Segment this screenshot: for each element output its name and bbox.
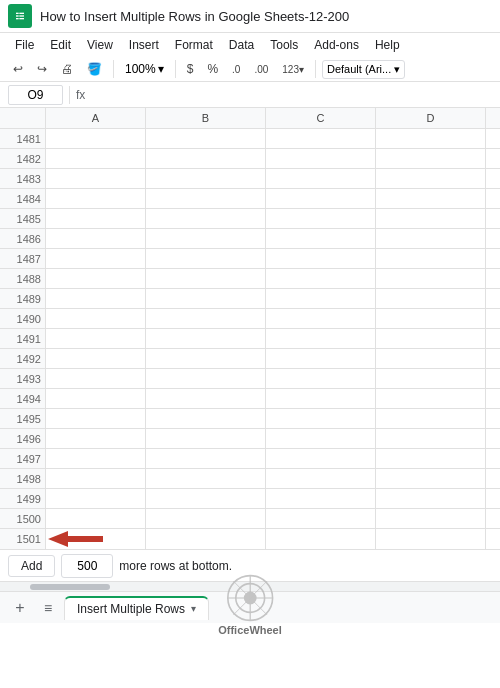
cell-a1487[interactable] xyxy=(46,249,146,268)
cell-c1484[interactable] xyxy=(266,189,376,208)
cell-c1501[interactable] xyxy=(266,529,376,549)
cell-b1497[interactable] xyxy=(146,449,266,468)
menu-view[interactable]: View xyxy=(80,35,120,55)
cell-a1488[interactable] xyxy=(46,269,146,288)
cell-a1492[interactable] xyxy=(46,349,146,368)
cell-d1493[interactable] xyxy=(376,369,486,388)
cell-reference-input[interactable] xyxy=(8,85,63,105)
cell-a1500[interactable] xyxy=(46,509,146,528)
cell-b1495[interactable] xyxy=(146,409,266,428)
paint-format-button[interactable]: 🪣 xyxy=(82,59,107,79)
cell-b1496[interactable] xyxy=(146,429,266,448)
menu-tools[interactable]: Tools xyxy=(263,35,305,55)
cell-b1491[interactable] xyxy=(146,329,266,348)
currency-button[interactable]: $ xyxy=(182,59,199,79)
menu-addons[interactable]: Add-ons xyxy=(307,35,366,55)
cell-c1497[interactable] xyxy=(266,449,376,468)
cell-d1487[interactable] xyxy=(376,249,486,268)
cell-a1482[interactable] xyxy=(46,149,146,168)
print-button[interactable]: 🖨 xyxy=(56,59,78,79)
cell-b1498[interactable] xyxy=(146,469,266,488)
cell-c1485[interactable] xyxy=(266,209,376,228)
cell-a1493[interactable] xyxy=(46,369,146,388)
cell-a1494[interactable] xyxy=(46,389,146,408)
cell-b1484[interactable] xyxy=(146,189,266,208)
cell-c1494[interactable] xyxy=(266,389,376,408)
cell-d1500[interactable] xyxy=(376,509,486,528)
cell-c1493[interactable] xyxy=(266,369,376,388)
cell-c1488[interactable] xyxy=(266,269,376,288)
cell-b1501[interactable] xyxy=(146,529,266,549)
menu-format[interactable]: Format xyxy=(168,35,220,55)
row-count-input[interactable] xyxy=(61,554,113,578)
cell-b1493[interactable] xyxy=(146,369,266,388)
cell-c1495[interactable] xyxy=(266,409,376,428)
cell-c1490[interactable] xyxy=(266,309,376,328)
cell-b1481[interactable] xyxy=(146,129,266,148)
sheet-menu-button[interactable]: ≡ xyxy=(36,596,60,620)
percent-button[interactable]: % xyxy=(202,59,223,79)
cell-b1492[interactable] xyxy=(146,349,266,368)
decimal-decrease-button[interactable]: .0 xyxy=(227,61,245,78)
col-header-d[interactable]: D xyxy=(376,108,486,128)
cell-a1496[interactable] xyxy=(46,429,146,448)
scrollbar-thumb[interactable] xyxy=(30,584,110,590)
zoom-selector[interactable]: 100% ▾ xyxy=(120,60,169,78)
cell-c1487[interactable] xyxy=(266,249,376,268)
cell-d1498[interactable] xyxy=(376,469,486,488)
cell-b1482[interactable] xyxy=(146,149,266,168)
cell-d1501[interactable] xyxy=(376,529,486,549)
cell-b1494[interactable] xyxy=(146,389,266,408)
menu-edit[interactable]: Edit xyxy=(43,35,78,55)
cell-b1486[interactable] xyxy=(146,229,266,248)
cell-c1498[interactable] xyxy=(266,469,376,488)
cell-d1485[interactable] xyxy=(376,209,486,228)
cell-d1499[interactable] xyxy=(376,489,486,508)
cell-d1497[interactable] xyxy=(376,449,486,468)
formula-input[interactable] xyxy=(89,88,492,102)
grid-scroll[interactable]: 1481 1482 1483 1484 1485 1486 1487 1488 … xyxy=(0,129,500,549)
decimal-increase-button[interactable]: .00 xyxy=(249,61,273,78)
cell-a1481[interactable] xyxy=(46,129,146,148)
cell-a1495[interactable] xyxy=(46,409,146,428)
cell-b1488[interactable] xyxy=(146,269,266,288)
cell-d1492[interactable] xyxy=(376,349,486,368)
cell-c1482[interactable] xyxy=(266,149,376,168)
cell-d1496[interactable] xyxy=(376,429,486,448)
cell-a1485[interactable] xyxy=(46,209,146,228)
cell-c1496[interactable] xyxy=(266,429,376,448)
cell-a1491[interactable] xyxy=(46,329,146,348)
cell-d1482[interactable] xyxy=(376,149,486,168)
cell-d1489[interactable] xyxy=(376,289,486,308)
cell-c1500[interactable] xyxy=(266,509,376,528)
horizontal-scrollbar[interactable] xyxy=(0,581,500,591)
cell-d1494[interactable] xyxy=(376,389,486,408)
cell-a1484[interactable] xyxy=(46,189,146,208)
number-format-button[interactable]: 123▾ xyxy=(277,61,309,78)
cell-c1499[interactable] xyxy=(266,489,376,508)
col-header-a[interactable]: A xyxy=(46,108,146,128)
col-header-b[interactable]: B xyxy=(146,108,266,128)
menu-file[interactable]: File xyxy=(8,35,41,55)
cell-d1490[interactable] xyxy=(376,309,486,328)
cell-d1486[interactable] xyxy=(376,229,486,248)
cell-a1498[interactable] xyxy=(46,469,146,488)
cell-a1497[interactable] xyxy=(46,449,146,468)
sheet-tab-dropdown-icon[interactable]: ▾ xyxy=(191,603,196,614)
menu-insert[interactable]: Insert xyxy=(122,35,166,55)
undo-button[interactable]: ↩ xyxy=(8,59,28,79)
add-sheet-button[interactable]: + xyxy=(8,596,32,620)
menu-help[interactable]: Help xyxy=(368,35,407,55)
cell-c1491[interactable] xyxy=(266,329,376,348)
redo-button[interactable]: ↪ xyxy=(32,59,52,79)
col-header-c[interactable]: C xyxy=(266,108,376,128)
font-selector[interactable]: Default (Ari... ▾ xyxy=(322,60,405,79)
cell-a1490[interactable] xyxy=(46,309,146,328)
cell-a1489[interactable] xyxy=(46,289,146,308)
cell-b1490[interactable] xyxy=(146,309,266,328)
cell-c1489[interactable] xyxy=(266,289,376,308)
cell-d1484[interactable] xyxy=(376,189,486,208)
cell-d1495[interactable] xyxy=(376,409,486,428)
cell-c1483[interactable] xyxy=(266,169,376,188)
cell-b1499[interactable] xyxy=(146,489,266,508)
